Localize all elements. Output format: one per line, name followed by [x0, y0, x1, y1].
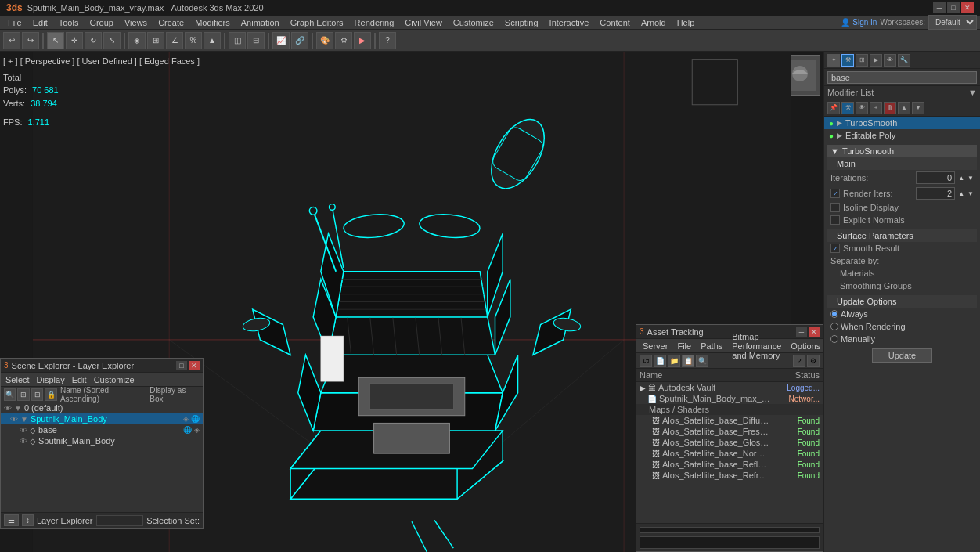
at-menu-file[interactable]: File — [672, 341, 696, 352]
menu-edit[interactable]: Edit — [28, 17, 52, 28]
se-menu-select[interactable]: Select — [2, 374, 33, 385]
isoline-checkbox[interactable] — [830, 203, 840, 212]
at-close-button[interactable]: ✕ — [809, 327, 820, 337]
se-footer-layer-btn[interactable]: ☰ — [4, 514, 19, 526]
signin-button[interactable]: 👤 Sign In — [841, 18, 877, 27]
rotate-button[interactable]: ↻ — [85, 32, 102, 49]
render-iters-spinner-up[interactable]: ▲ — [958, 190, 964, 197]
mod-add-btn[interactable]: + — [870, 102, 882, 114]
modifier-list-dropdown-icon[interactable]: ▼ — [968, 88, 977, 97]
render-iters-input[interactable] — [916, 187, 955, 200]
se-menu-customize[interactable]: Customize — [91, 374, 138, 385]
modifier-editable-poly[interactable]: ● ▶ Editable Poly — [824, 129, 980, 142]
workspaces-select[interactable]: Default — [928, 15, 977, 30]
menu-file[interactable]: File — [3, 17, 27, 28]
menu-interactive[interactable]: Interactive — [545, 17, 594, 28]
mod-delete-btn[interactable]: 🗑 — [884, 102, 896, 114]
curve-editor-button[interactable]: 📈 — [272, 32, 290, 49]
render-iters-checkbox[interactable] — [830, 189, 840, 198]
se-footer-sel-btn[interactable]: ↕ — [22, 514, 34, 526]
se-restore-button[interactable]: □ — [176, 361, 187, 370]
at-btn-2[interactable]: 📄 — [654, 355, 666, 367]
select-button[interactable]: ↖ — [47, 32, 64, 49]
menu-tools[interactable]: Tools — [54, 17, 84, 28]
rpanel-display-btn[interactable]: 👁 — [884, 54, 896, 67]
update-button[interactable]: Update — [872, 348, 932, 363]
maximize-button[interactable]: □ — [947, 2, 960, 13]
minimize-button[interactable]: ─ — [933, 2, 946, 13]
rpanel-create-btn[interactable]: ✦ — [827, 54, 840, 67]
mod-active-btn[interactable]: ⚒ — [841, 102, 854, 114]
at-row-refraction[interactable]: 🖼 Alos_Satellite_base_Refraction.png Fou… — [636, 470, 823, 481]
help-button[interactable]: ? — [379, 32, 396, 49]
se-row-sputnik-body[interactable]: 👁 ▼ Sputnik_Main_Body ◈ 🌐 — [1, 413, 203, 424]
at-btn-5[interactable]: 🔍 — [696, 355, 708, 367]
render-iters-spinner-down[interactable]: ▼ — [967, 190, 974, 197]
se-row-expand-1[interactable]: ▼ — [20, 415, 28, 424]
at-row-normal[interactable]: 🖼 Alos_Satellite_base_Normal.png Found — [636, 448, 823, 459]
se-row-sputnik-body-2[interactable]: 👁 ◇ Sputnik_Main_Body — [1, 435, 203, 446]
at-row-glossiness[interactable]: 🖼 Alos_Satellite_base_Glossiness.png Fou… — [636, 437, 823, 448]
menu-graph-editors[interactable]: Graph Editors — [286, 17, 348, 28]
undo-button[interactable]: ↩ — [3, 32, 20, 49]
se-menu-edit[interactable]: Edit — [69, 374, 90, 385]
at-menu-server[interactable]: Server — [638, 341, 672, 352]
se-row-0-default[interactable]: 👁 ▼ 0 (default) — [1, 402, 203, 413]
se-close-button[interactable]: ✕ — [189, 361, 200, 370]
reference-button[interactable]: ◈ — [128, 32, 146, 49]
se-row-base[interactable]: 👁 ◇ base 🌐 ◈ — [1, 424, 203, 435]
mirror-button[interactable]: ◫ — [229, 32, 246, 49]
material-editor-button[interactable]: 🎨 — [316, 32, 333, 49]
menu-civil-view[interactable]: Civil View — [400, 17, 446, 28]
rpanel-hierarchy-btn[interactable]: ⊞ — [856, 54, 868, 67]
iterations-input[interactable] — [916, 171, 955, 184]
percent-snap-button[interactable]: % — [185, 32, 202, 49]
menu-create[interactable]: Create — [153, 17, 189, 28]
at-minimize-button[interactable]: ─ — [796, 327, 807, 337]
menu-animation[interactable]: Animation — [236, 17, 284, 28]
mod-pin-btn[interactable]: 📌 — [827, 102, 840, 114]
se-collapse-button[interactable]: ⊟ — [31, 388, 43, 401]
update-options-header[interactable]: Update Options — [827, 295, 977, 308]
at-btn-1[interactable]: 🗂 — [640, 355, 652, 367]
at-btn-4[interactable]: 📋 — [682, 355, 694, 367]
at-menu-options[interactable]: Options — [786, 341, 823, 352]
menu-arnold[interactable]: Arnold — [636, 17, 671, 28]
at-menu-bitmap[interactable]: Bitmap Performance and Memory — [727, 331, 786, 361]
at-row-fresnel[interactable]: 🖼 Alos_Satellite_base_Fresnel.png Found — [636, 426, 823, 437]
redo-button[interactable]: ↪ — [22, 32, 39, 49]
turbosmooth-header[interactable]: ▼ TurboSmooth — [827, 145, 977, 157]
rpanel-modify-btn[interactable]: ⚒ — [841, 54, 854, 67]
modifier-turbosmooth[interactable]: ● ▶ TurboSmooth — [824, 117, 980, 129]
at-row-diffuse[interactable]: 🖼 Alos_Satellite_base_Diffuse.png Found — [636, 415, 823, 426]
mod-show-btn[interactable]: 👁 — [856, 102, 868, 114]
surface-params-header[interactable]: Surface Parameters — [827, 229, 977, 242]
rpanel-motion-btn[interactable]: ▶ — [870, 54, 882, 67]
smooth-result-checkbox[interactable] — [830, 244, 840, 253]
at-row-sputnik-file[interactable]: 📄 Sputnik_Main_Body_max_vray.max Networ.… — [636, 393, 823, 404]
menu-rendering[interactable]: Rendering — [350, 17, 399, 28]
render-setup-button[interactable]: ⚙ — [335, 32, 352, 49]
se-menu-display[interactable]: Display — [34, 374, 68, 385]
mod-down-btn[interactable]: ▼ — [912, 102, 924, 114]
ts-main-header[interactable]: Main — [827, 157, 977, 170]
at-btn-3[interactable]: 📁 — [668, 355, 680, 367]
object-name-input[interactable] — [827, 71, 977, 84]
menu-help[interactable]: Help — [672, 17, 700, 28]
angle-snap-button[interactable]: ∠ — [166, 32, 183, 49]
move-button[interactable]: ✛ — [66, 32, 83, 49]
at-btn-settings[interactable]: ⚙ — [807, 355, 820, 367]
spinner-snap-button[interactable]: ▲ — [204, 32, 221, 49]
se-expand-button[interactable]: ⊞ — [17, 388, 29, 401]
se-row-expand-0[interactable]: ▼ — [14, 404, 22, 413]
radio-when-rendering[interactable]: When Rendering — [830, 322, 906, 331]
menu-customize[interactable]: Customize — [449, 17, 499, 28]
align-button[interactable]: ⊟ — [247, 32, 265, 49]
at-path-input[interactable] — [640, 536, 820, 549]
radio-manually[interactable]: Manually — [830, 334, 875, 344]
viewport[interactable]: hat [ + ] [ Perspective ] [ User Defined… — [0, 52, 823, 552]
close-button[interactable]: ✕ — [961, 2, 974, 13]
menu-group[interactable]: Group — [85, 17, 118, 28]
at-menu-paths[interactable]: Paths — [696, 341, 727, 352]
iterations-spinner-up[interactable]: ▲ — [958, 175, 964, 182]
